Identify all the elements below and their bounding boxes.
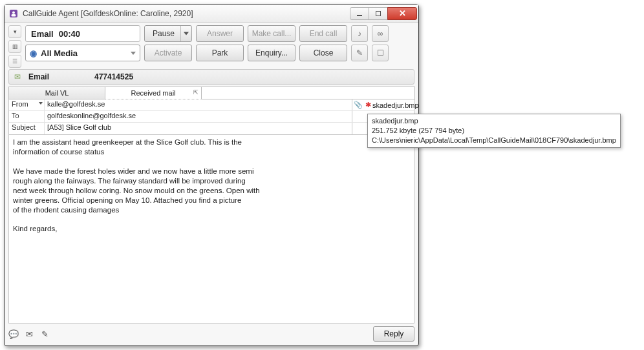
channel-label: Email — [31, 29, 54, 39]
tooltip-size: 251.752 kbyte (257 794 byte) — [372, 126, 616, 136]
from-value[interactable]: kalle@golfdesk.se — [44, 99, 352, 110]
attachment-cell[interactable]: 📎 ✱ skadedjur.bmp — [352, 99, 414, 110]
mail-body[interactable]: I am the assistant head greenkeeper at t… — [8, 135, 414, 324]
park-label: Park — [212, 48, 228, 57]
media-select[interactable]: ◉ All Media — [25, 45, 140, 61]
subject-value[interactable]: [A53] Slice Golf club — [44, 123, 352, 134]
window-title: CallGuide Agent [GolfdeskOnline: Carolin… — [23, 9, 350, 18]
end-call-label: End call — [310, 29, 338, 38]
side-menu-button[interactable]: ▾ — [8, 25, 21, 38]
voicemail-icon[interactable]: ∞ — [372, 25, 389, 42]
crossed-tool-icon[interactable]: ✎ — [351, 45, 368, 61]
close-button[interactable]: Close — [299, 45, 347, 61]
globe-icon: ◉ — [30, 48, 37, 58]
bottom-bar: 💬 ✉ ✎ Reply — [8, 326, 414, 342]
chevron-down-icon — [184, 32, 189, 36]
svg-rect-2 — [12, 14, 16, 17]
context-type: Email — [28, 72, 87, 81]
context-id: 477414525 — [94, 72, 133, 81]
music-note-icon[interactable]: ♪ — [351, 25, 368, 42]
chevron-down-icon — [131, 52, 136, 55]
svg-point-1 — [12, 11, 15, 14]
attachment-icon: ✱ — [365, 101, 371, 109]
minimize-button[interactable] — [350, 7, 369, 20]
chat-icon[interactable]: 💬 — [8, 329, 19, 339]
side-icon-column: ▾ ▥ ☰ — [8, 25, 23, 68]
mail-tabs: Mail VL Received mail ⇱ — [8, 87, 414, 99]
make-call-button[interactable]: Make call... — [248, 25, 295, 42]
tooltip-name: skadedjur.bmp — [372, 116, 616, 126]
tab-received-mail[interactable]: Received mail ⇱ — [105, 87, 202, 99]
mail-headers: From kalle@golfdesk.se 📎 ✱ skadedjur.bmp… — [8, 99, 414, 135]
call-timer: 00:40 — [59, 29, 80, 39]
window-buttons: ✕ — [350, 7, 417, 20]
tooltip-path: C:\Users\nieric\AppData\Local\Temp\CallG… — [372, 136, 616, 145]
app-window: CallGuide Agent [GolfdeskOnline: Carolin… — [4, 4, 419, 346]
side-list-button[interactable]: ☰ — [8, 55, 21, 68]
context-info-bar: ✉ Email 477414525 — [8, 69, 414, 85]
tab-received-mail-label: Received mail — [131, 89, 175, 97]
paperclip-icon: 📎 — [354, 101, 363, 109]
envelope-icon[interactable]: ✉ — [24, 329, 34, 339]
edit-icon[interactable]: ✎ — [39, 329, 50, 339]
enquiry-label: Enquiry... — [255, 48, 288, 57]
pause-label: Pause — [153, 29, 175, 38]
status-box: Email 00:40 — [25, 25, 140, 42]
close-label: Close — [314, 48, 334, 57]
reply-button[interactable]: Reply — [373, 326, 414, 342]
answer-label: Answer — [207, 29, 233, 38]
park-button[interactable]: Park — [196, 45, 244, 61]
pause-button[interactable]: Pause — [144, 25, 192, 42]
make-call-label: Make call... — [252, 29, 292, 38]
to-value[interactable]: golfdeskonline@golfdesk.se — [44, 111, 352, 122]
chevron-down-icon — [39, 102, 43, 105]
maximize-button[interactable] — [369, 7, 388, 20]
subject-label: Subject — [9, 123, 44, 134]
envelope-icon: ✉ — [14, 72, 21, 81]
media-label: All Media — [41, 48, 78, 58]
end-call-button[interactable]: End call — [299, 25, 347, 42]
enquiry-button[interactable]: Enquiry... — [248, 45, 295, 61]
from-label-text: From — [12, 100, 28, 108]
tab-mail-vl-label: Mail VL — [45, 89, 69, 97]
reply-label: Reply — [384, 329, 404, 338]
activate-button[interactable]: Activate — [144, 45, 192, 61]
toolbar: ▾ ▥ ☰ Email 00:40 Pause Answer Make call… — [5, 23, 418, 69]
from-label[interactable]: From — [9, 99, 44, 110]
tab-blank — [201, 87, 415, 99]
side-layout-button[interactable]: ▥ — [8, 40, 21, 53]
pin-icon: ⇱ — [193, 89, 199, 96]
attachment-tooltip: skadedjur.bmp 251.752 kbyte (257 794 byt… — [367, 114, 621, 148]
answer-button[interactable]: Answer — [196, 25, 244, 42]
attachment-name: skadedjur.bmp — [372, 101, 419, 109]
tab-mail-vl[interactable]: Mail VL — [8, 87, 105, 99]
app-icon — [8, 8, 19, 19]
activate-label: Activate — [155, 48, 182, 57]
titlebar[interactable]: CallGuide Agent [GolfdeskOnline: Carolin… — [5, 5, 418, 23]
archive-icon[interactable]: ☐ — [372, 45, 389, 61]
close-window-button[interactable]: ✕ — [387, 7, 417, 20]
to-label: To — [9, 111, 44, 122]
